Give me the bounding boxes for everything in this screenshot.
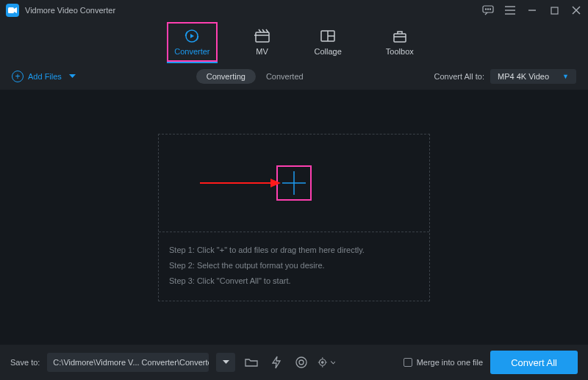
convert-all-to: Convert All to: MP4 4K Video ▼: [434, 69, 576, 84]
nav-label: Converter: [174, 47, 209, 56]
convert-all-button[interactable]: Convert All: [490, 351, 578, 374]
main-area: Step 1: Click "+" to add files or drag t…: [0, 90, 588, 345]
main-nav: Converter MV Collage Toolbox: [0, 21, 588, 63]
status-tabs: Converting Converted: [196, 69, 314, 84]
high-speed-icon[interactable]: [293, 354, 310, 371]
svg-rect-9: [551, 7, 558, 14]
chevron-down-icon: [69, 74, 76, 79]
maximize-icon[interactable]: [548, 4, 560, 16]
merge-checkbox[interactable]: Merge into one file: [404, 358, 484, 367]
format-selected: MP4 4K Video: [498, 72, 549, 81]
svg-rect-13: [256, 32, 269, 42]
drop-zone-top: [159, 135, 429, 232]
step-text: Step 2: Select the output format you des…: [169, 258, 419, 273]
svg-point-24: [299, 360, 304, 365]
secondary-bar: + Add Files Converting Converted Convert…: [0, 63, 588, 90]
save-path-text: C:\Vidmore\Vidmore V... Converter\Conver…: [53, 358, 209, 367]
nav-mv[interactable]: MV: [250, 25, 275, 59]
chevron-down-icon: [223, 360, 229, 365]
svg-rect-0: [8, 7, 14, 13]
close-icon[interactable]: [570, 4, 582, 16]
svg-point-2: [485, 9, 486, 10]
step-text: Step 1: Click "+" to add files or drag t…: [169, 243, 419, 258]
feedback-icon[interactable]: [482, 4, 494, 16]
minimize-icon[interactable]: [526, 4, 538, 16]
app-title: Vidmore Video Converter: [25, 6, 115, 15]
chevron-down-icon: ▼: [562, 73, 569, 80]
add-files-label: Add Files: [28, 72, 62, 81]
nav-label: Toolbox: [386, 47, 414, 56]
tab-converting[interactable]: Converting: [196, 69, 256, 84]
save-path-field[interactable]: C:\Vidmore\Vidmore V... Converter\Conver…: [47, 353, 209, 372]
app-window: Vidmore Video Converter Co: [0, 0, 588, 380]
plus-circle-icon: +: [12, 71, 24, 82]
add-file-plus-button[interactable]: [276, 165, 312, 201]
app-logo-icon: [6, 4, 19, 17]
svg-point-4: [490, 9, 490, 10]
convert-button-label: Convert All: [511, 357, 557, 368]
nav-label: Collage: [315, 47, 342, 56]
tab-converted[interactable]: Converted: [256, 69, 314, 84]
svg-point-26: [322, 362, 324, 364]
chevron-down-icon: [331, 361, 336, 365]
checkbox-icon: [404, 358, 412, 367]
converter-icon: [184, 28, 200, 44]
svg-point-3: [487, 9, 488, 10]
plus-icon: [279, 168, 309, 198]
format-select[interactable]: MP4 4K Video ▼: [490, 69, 576, 84]
mv-icon: [254, 28, 270, 44]
open-folder-icon[interactable]: [243, 354, 260, 371]
merge-label: Merge into one file: [417, 358, 484, 367]
nav-toolbox[interactable]: Toolbox: [381, 25, 418, 59]
window-controls: [482, 4, 582, 16]
settings-icon[interactable]: [318, 354, 335, 371]
menu-icon[interactable]: [504, 4, 516, 16]
collage-icon: [320, 28, 336, 44]
save-path-dropdown[interactable]: [216, 353, 235, 372]
title-bar: Vidmore Video Converter: [0, 0, 588, 21]
step-text: Step 3: Click "Convert All" to start.: [169, 273, 419, 289]
nav-label: MV: [256, 47, 268, 56]
convert-all-to-label: Convert All to:: [434, 72, 484, 81]
footer-bar: Save to: C:\Vidmore\Vidmore V... Convert…: [0, 345, 588, 380]
instructions: Step 1: Click "+" to add files or drag t…: [159, 232, 429, 301]
svg-point-23: [296, 357, 306, 368]
annotation-arrow-icon: [200, 177, 281, 189]
hardware-accel-icon[interactable]: [268, 354, 285, 371]
toolbox-icon: [392, 28, 408, 44]
save-to-label: Save to:: [10, 358, 40, 367]
svg-rect-18: [394, 34, 406, 42]
nav-collage[interactable]: Collage: [310, 25, 346, 59]
drop-zone[interactable]: Step 1: Click "+" to add files or drag t…: [158, 134, 430, 301]
nav-converter[interactable]: Converter: [170, 25, 214, 59]
add-files-button[interactable]: + Add Files: [12, 71, 76, 82]
